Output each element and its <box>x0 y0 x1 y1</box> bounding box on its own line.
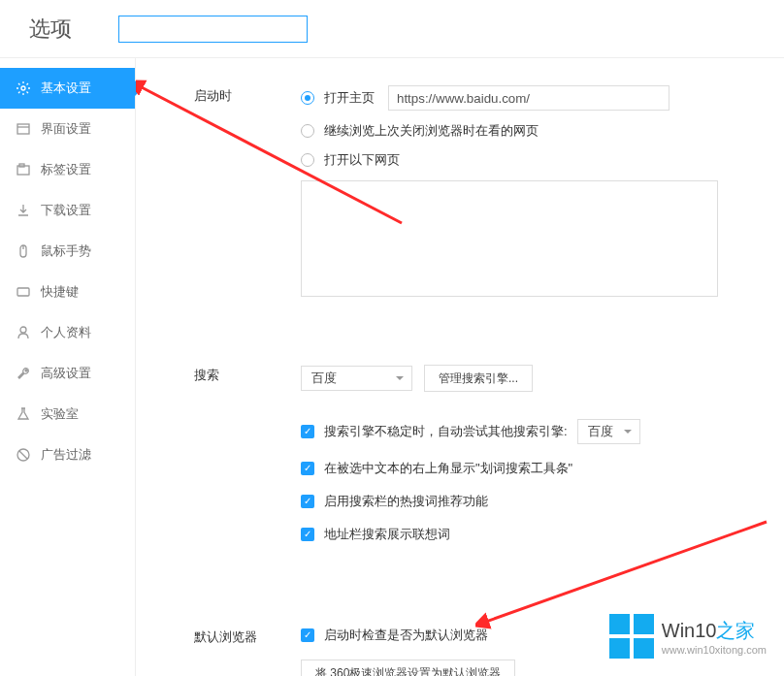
homepage-url-input[interactable] <box>388 85 670 111</box>
watermark-title: Win10之家 <box>662 618 767 644</box>
sidebar-item-basic[interactable]: 基本设置 <box>0 68 135 109</box>
download-icon <box>16 203 31 218</box>
startup-radio-homepage[interactable] <box>301 91 314 105</box>
sidebar-item-mouse[interactable]: 鼠标手势 <box>0 231 135 272</box>
header-search-input[interactable] <box>118 16 308 43</box>
svg-line-13 <box>19 451 27 459</box>
watermark-url: www.win10xitong.com <box>662 644 767 656</box>
sidebar-item-label: 标签设置 <box>41 161 91 178</box>
sidebar: 基本设置 界面设置 标签设置 下载设置 鼠标手势 快捷键 个人资料 高级设置 <box>0 58 136 676</box>
page-title: 选项 <box>0 15 101 44</box>
search-label: 搜索 <box>194 365 301 559</box>
fallback-engine-label: 搜索引擎不稳定时，自动尝试其他搜索引擎: <box>324 423 568 440</box>
fallback-engine-checkbox[interactable] <box>301 425 314 438</box>
hot-suggest-checkbox[interactable] <box>301 495 314 508</box>
sidebar-item-label: 鼠标手势 <box>41 242 91 260</box>
hot-suggest-label: 启用搜索栏的热搜词推荐功能 <box>324 493 488 510</box>
check-default-checkbox[interactable] <box>301 628 314 642</box>
user-icon <box>16 325 31 340</box>
sidebar-item-shortcut[interactable]: 快捷键 <box>0 272 135 312</box>
startup-label: 启动时 <box>194 85 301 297</box>
sidebar-item-label: 下载设置 <box>41 202 91 219</box>
manage-engines-button[interactable]: 管理搜索引擎... <box>424 365 533 392</box>
sidebar-item-ui[interactable]: 界面设置 <box>0 109 135 149</box>
addressbar-suggest-checkbox[interactable] <box>301 528 314 541</box>
tab-icon <box>16 162 31 177</box>
sidebar-item-label: 高级设置 <box>41 365 91 382</box>
startup-radio-continue[interactable] <box>301 124 314 138</box>
svg-rect-17 <box>634 614 654 634</box>
block-icon <box>16 447 31 463</box>
svg-rect-16 <box>609 614 630 634</box>
sidebar-item-tabs[interactable]: 标签设置 <box>0 149 135 190</box>
search-engine-dropdown[interactable]: 百度 <box>301 366 412 391</box>
svg-rect-1 <box>17 124 29 134</box>
default-browser-label: 默认浏览器 <box>194 627 301 676</box>
gear-icon <box>16 80 31 96</box>
addressbar-suggest-label: 地址栏搜索展示联想词 <box>324 526 450 543</box>
sidebar-item-advanced[interactable]: 高级设置 <box>0 353 135 394</box>
sidebar-item-label: 广告过滤 <box>41 446 91 464</box>
set-default-button[interactable]: 将 360极速浏览器设置为默认浏览器 <box>301 660 515 676</box>
sidebar-item-profile[interactable]: 个人资料 <box>0 312 135 353</box>
startup-radio-pages[interactable] <box>301 153 314 167</box>
window-icon <box>16 121 31 137</box>
fallback-engine-dropdown[interactable]: 百度 <box>577 419 640 444</box>
selection-toolbar-checkbox[interactable] <box>301 462 314 475</box>
startup-pages-box[interactable] <box>301 180 718 297</box>
svg-point-11 <box>20 327 26 333</box>
check-default-label: 启动时检查是否为默认浏览器 <box>324 627 488 644</box>
watermark: Win10之家 www.win10xitong.com <box>609 614 767 659</box>
flask-icon <box>16 406 31 422</box>
keyboard-icon <box>16 284 31 300</box>
selection-toolbar-label: 在被选中文本的右上角显示"划词搜索工具条" <box>324 460 572 477</box>
sidebar-item-label: 个人资料 <box>41 324 91 341</box>
wrench-icon <box>16 366 31 381</box>
sidebar-item-label: 界面设置 <box>41 120 91 138</box>
sidebar-item-lab[interactable]: 实验室 <box>0 394 135 435</box>
sidebar-item-label: 基本设置 <box>41 80 91 97</box>
sidebar-item-adblock[interactable]: 广告过滤 <box>0 435 135 475</box>
sidebar-item-download[interactable]: 下载设置 <box>0 190 135 231</box>
startup-option-continue: 继续浏览上次关闭浏览器时在看的网页 <box>324 122 539 140</box>
svg-point-0 <box>21 86 25 90</box>
svg-rect-7 <box>17 288 29 296</box>
windows-logo-icon <box>609 614 654 659</box>
sidebar-item-label: 实验室 <box>41 405 79 423</box>
sidebar-item-label: 快捷键 <box>41 283 79 301</box>
mouse-icon <box>16 243 31 259</box>
svg-rect-18 <box>609 638 630 659</box>
svg-rect-19 <box>634 638 654 659</box>
startup-option-pages: 打开以下网页 <box>324 151 400 169</box>
startup-option-homepage: 打开主页 <box>324 89 375 107</box>
